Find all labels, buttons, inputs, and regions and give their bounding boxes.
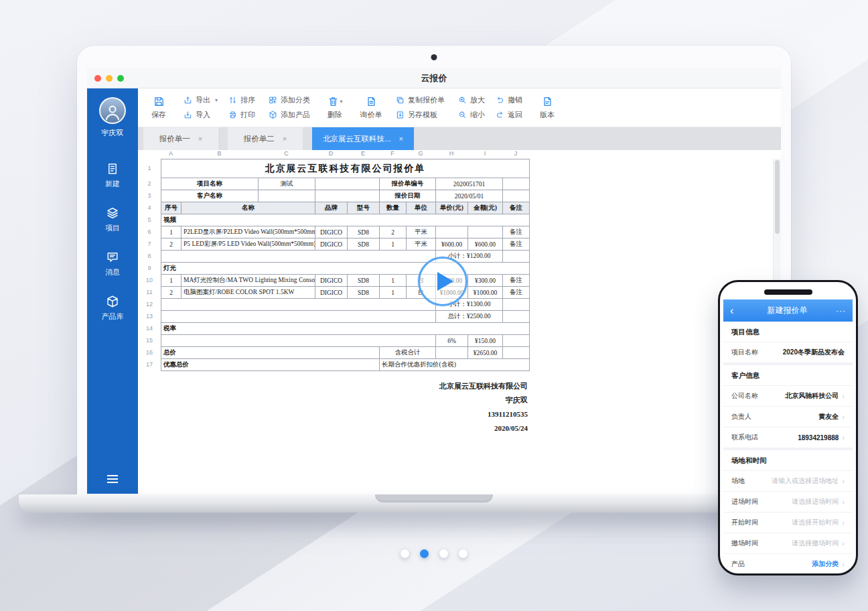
sheet-cell[interactable]: 2 [161,287,182,299]
sheet-cell[interactable]: ¥300.00 [468,275,503,287]
sheet-cell[interactable] [503,335,530,347]
tab-close-icon[interactable]: × [399,135,403,143]
sheet-cell[interactable] [503,311,530,323]
phone-form-row[interactable]: 撤场时间请选择撤场时间› [723,533,853,553]
sidebar-item-projects[interactable]: 项目 [87,205,138,234]
save-button[interactable]: 保存 [147,96,170,120]
sheet-cell[interactable]: 客户名称 [161,190,259,202]
sheet-cell[interactable]: DIGICO [315,239,348,251]
save-template-button[interactable]: 另存模板 [396,110,445,120]
sheet-cell[interactable]: 总计：¥2500.00 [436,311,503,323]
sheet-cell[interactable]: P5 LED彩屏/P5 LED Video Wall(500mm*500mm) [182,239,315,251]
sheet-cell[interactable]: SD8 [348,239,380,251]
sheet-cell[interactable]: SD8 [348,287,380,299]
sheet-cell[interactable]: 平米 [407,239,436,251]
sheet-cell[interactable]: 1 [161,226,182,239]
phone-form-row[interactable]: 产品添加分类› [723,553,853,571]
sidebar-item-messages[interactable]: 消息 [87,249,138,279]
sheet-cell[interactable] [161,335,436,347]
sheet-cell[interactable]: 金额(元) [468,202,503,214]
sort-button[interactable]: 排序 [228,95,255,105]
sheet-cell[interactable]: 型号 [348,202,380,214]
sheet-cell[interactable]: 测试 [259,178,315,190]
add-category-button[interactable]: 添加分类 [269,95,310,105]
sheet-cell[interactable]: ¥600.00 [468,239,503,251]
sheet-cell[interactable] [468,226,503,239]
sheet-cell[interactable]: 2 [380,226,407,239]
sheet-cell[interactable]: ¥1000.00 [468,287,503,299]
tab-1[interactable]: 报价单一× [143,127,218,150]
sheet-cell[interactable]: 1 [380,275,407,287]
sheet-cell[interactable] [503,299,530,311]
return-button[interactable]: 返回 [496,110,522,120]
sheet-cell[interactable]: 备注 [503,275,530,287]
sheet-cell[interactable]: 灯光 [161,263,530,275]
sheet-cell[interactable] [503,251,530,263]
sheet-cell[interactable] [436,226,468,239]
phone-form-row[interactable]: 负责人黄友全› [723,406,853,427]
sheet-cell[interactable]: 含税合计 [380,347,436,359]
window-zoom-button[interactable] [117,75,124,82]
sheet-cell[interactable]: 1 [380,287,407,299]
sheet-cell[interactable] [503,190,530,202]
add-product-button[interactable]: 添加产品 [269,110,310,120]
sheet-cell[interactable]: 备注 [503,239,530,251]
sidebar-item-new[interactable]: 新建 [87,161,138,190]
sheet-cell[interactable]: 备注 [503,226,530,239]
sheet-cell[interactable] [161,311,436,323]
sheet-cell[interactable]: MA灯光控制台/MA TWO Lighting Mixing Console [182,275,315,287]
sheet-cell[interactable]: P2LED显示屏/P2LED Video Wall(500mm*500mm) [182,226,315,239]
sheet-cell[interactable]: 名称 [182,202,315,214]
sheet-cell[interactable]: 单价(元) [436,202,468,214]
tab-3[interactable]: 北京展云互联科技...× [312,127,414,150]
sheet-cell[interactable]: 6% [436,335,468,347]
sheet-cell[interactable]: 税率 [161,323,530,335]
play-button[interactable] [418,257,467,306]
sheet-cell[interactable]: 品牌 [315,202,348,214]
sheet-cell[interactable]: ¥150.00 [468,335,503,347]
import-button[interactable]: 导入 [184,110,218,120]
export-button[interactable]: 导出▾ [184,95,218,105]
undo-button[interactable]: 撤销 [496,95,522,105]
sheet-cell[interactable]: ¥600.00 [436,239,468,251]
phone-form-row[interactable]: 场地请输入或选择进场地址› [723,470,853,491]
sheet-cell[interactable] [436,347,468,359]
sidebar-item-product-library[interactable]: 产品库 [87,293,138,323]
zoom-in-button[interactable]: 放大 [458,95,485,105]
sheet-cell[interactable]: 数量 [380,202,407,214]
sheet-cell[interactable]: 视频 [161,214,530,226]
sheet-cell[interactable]: 优惠总价 [161,359,380,371]
avatar[interactable] [99,97,126,124]
sheet-cell[interactable]: 2020/05/01 [436,190,503,202]
sheet-cell[interactable]: 报价日期 [380,190,436,202]
sheet-cell[interactable] [503,178,530,190]
scrollbar-thumb[interactable] [775,160,780,234]
sheet-cell[interactable]: DIGICO [315,287,348,299]
menu-icon[interactable] [107,475,118,483]
sheet-cell[interactable]: 总价 [161,347,380,359]
carousel-dot-2[interactable] [420,549,429,558]
tab-2[interactable]: 报价单二× [228,127,303,150]
sheet-cell[interactable]: ¥2650.00 [468,347,503,359]
zoom-out-button[interactable]: 缩小 [458,110,485,120]
sheet-cell[interactable]: SD8 [348,226,380,239]
sheet-cell[interactable]: 长期合作优惠折扣价(含税) [380,359,530,371]
sheet-cell[interactable]: 北京展云互联科技有限公司报价单 [161,159,530,178]
sheet-cell[interactable]: 2 [161,239,182,251]
phone-form-row[interactable]: 项目名称2020冬季新品发布会 [723,342,853,362]
delete-button[interactable]: ▾删除 [323,96,346,120]
sheet-cell[interactable]: 单位 [407,202,436,214]
version-button[interactable]: 版本 [536,96,559,120]
more-icon[interactable]: ··· [834,306,846,316]
sheet-cell[interactable] [315,190,380,202]
tab-close-icon[interactable]: × [198,135,202,143]
sheet-cell[interactable]: 电脑图案灯/ROBE COLOR SPOT 1.5KW [182,287,315,299]
window-close-button[interactable] [94,75,101,82]
copy-quote-button[interactable]: 复制报价单 [396,95,445,105]
sheet-cell[interactable]: 备注 [503,287,530,299]
sheet-cell[interactable]: DIGICO [315,275,348,287]
sheet-cell[interactable] [161,299,436,311]
phone-form-row[interactable]: 联系电话18934219888› [723,427,853,448]
sheet-cell[interactable]: SD8 [348,275,380,287]
sheet-cell[interactable] [161,251,436,263]
